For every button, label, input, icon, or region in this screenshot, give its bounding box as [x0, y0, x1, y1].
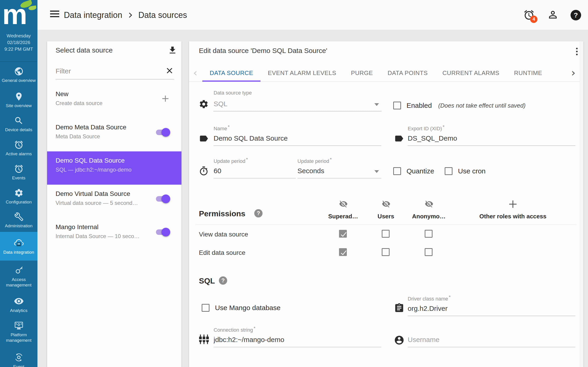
name-input[interactable]	[214, 132, 381, 145]
download-button[interactable]	[168, 45, 177, 56]
checkbox-label: Quantize	[406, 167, 434, 175]
enabled-checkbox[interactable]	[393, 102, 401, 109]
clear-filter-button[interactable]	[165, 67, 174, 76]
gear-icon	[14, 188, 24, 198]
permission-row-label: Edit data source	[199, 249, 245, 257]
connection-string-field: Connection string*	[214, 326, 381, 347]
sidebar-item-label: Site overview	[2, 103, 36, 108]
permissions-section-title: Permissions	[199, 209, 245, 218]
map-pin-icon	[14, 92, 24, 101]
sidebar-item-label: Platform management	[2, 332, 36, 343]
use-cron-checkbox[interactable]	[445, 167, 452, 175]
tab-data-points[interactable]: DATA POINTS	[380, 64, 435, 82]
mango-logo[interactable]: m	[0, 0, 37, 30]
tab-purge[interactable]: PURGE	[344, 64, 380, 82]
view-anonymous-checkbox[interactable]	[425, 230, 432, 238]
enabled-checkbox-group: Enabled (Does not take effect until save…	[393, 101, 526, 110]
tab-data-source[interactable]: DATA SOURCE	[202, 64, 260, 82]
add-role-button[interactable]	[507, 199, 519, 211]
chevron-down-icon	[374, 103, 379, 106]
update-period-unit-select[interactable]: Seconds	[297, 164, 381, 178]
gear-sync-icon	[14, 352, 24, 362]
required-marker: *	[246, 157, 248, 162]
required-marker: *	[254, 326, 255, 331]
sidebar-item-administration[interactable]: Administration	[0, 209, 37, 232]
screen: m Wednesday 02/18/2026 9:22 PM GMT Gener…	[0, 0, 588, 367]
user-button[interactable]	[547, 9, 559, 21]
plus-icon	[161, 94, 170, 103]
add-data-source-button[interactable]	[161, 94, 170, 104]
edit-anonymous-checkbox[interactable]	[425, 248, 432, 256]
filter-input[interactable]	[56, 64, 157, 78]
sidebar-item-device-details[interactable]: Device details	[0, 112, 37, 136]
use-mango-database-checkbox[interactable]	[202, 304, 209, 312]
sidebar-item-label: Access management	[2, 277, 36, 288]
use-mango-db-checkbox-group: Use Mango database	[202, 303, 280, 312]
permissions-help-button[interactable]: ?	[254, 209, 262, 217]
sidebar-item-general-overview[interactable]: General overview	[0, 62, 37, 88]
field-label: Connection string	[214, 327, 253, 333]
sidebar-item-analytics[interactable]: Analytics	[0, 293, 37, 317]
gear-icon	[199, 99, 209, 109]
sidebar-item-label: Event	[2, 364, 36, 367]
clipboard-icon	[394, 303, 405, 313]
wrench-icon	[14, 212, 24, 222]
sidebar-item-data-integration[interactable]: Data integration	[0, 232, 37, 261]
list-item-demo-sql[interactable]: Demo SQL Data Source SQL — jdbc:h2:~/man…	[47, 151, 182, 185]
xid-field: Export ID (XID)*	[408, 124, 575, 146]
alarms-button[interactable]: 4	[523, 9, 535, 21]
tabs-scroll-right-button[interactable]: ›	[571, 67, 575, 78]
sidebar-item-site-overview[interactable]: Site overview	[0, 88, 37, 112]
list-item-new[interactable]: New Create data source	[47, 85, 182, 118]
sidebar-item-access-management[interactable]: Access management	[0, 261, 37, 293]
tab-event-alarm-levels[interactable]: EVENT ALARM LEVELS	[260, 64, 344, 82]
sliders-icon	[199, 334, 209, 344]
tab-current-alarms[interactable]: CURRENT ALARMS	[435, 64, 507, 82]
sql-help-button[interactable]: ?	[219, 276, 227, 285]
cloud-sync-icon	[14, 237, 24, 248]
list-item-mango-internal[interactable]: Mango Internal Internal Data Source — 10…	[47, 218, 182, 251]
edit-users-checkbox[interactable]	[382, 248, 389, 256]
sidebar-item-active-alarms[interactable]: Active alarms	[0, 136, 37, 160]
breadcrumb-page[interactable]: Data sources	[138, 10, 187, 20]
field-label: Update period	[297, 158, 329, 164]
enabled-note: (Does not take effect until saved)	[438, 102, 526, 109]
menu-icon[interactable]	[50, 10, 59, 18]
sidebar-item-events[interactable]: Events	[0, 160, 37, 184]
quantize-checkbox[interactable]	[393, 167, 401, 175]
globe-icon	[14, 67, 24, 76]
use-cron-checkbox-group: Use cron	[445, 167, 485, 176]
eye-off-icon	[339, 200, 348, 208]
help-button[interactable]: ?	[571, 10, 581, 20]
driver-class-input[interactable]	[408, 302, 575, 315]
permission-column-other-roles: Other roles with access	[474, 213, 552, 220]
view-superadmin-checkbox[interactable]	[339, 230, 347, 238]
tabs-scroll-left-button[interactable]: ‹	[193, 67, 197, 78]
connection-string-input[interactable]	[214, 333, 381, 346]
list-item-demo-meta[interactable]: Demo Meta Data Source Meta Data Source	[47, 118, 182, 151]
enable-toggle[interactable]	[156, 196, 169, 202]
sidebar-item-configuration[interactable]: Configuration	[0, 184, 37, 209]
xid-input[interactable]	[408, 132, 575, 145]
enable-toggle[interactable]	[156, 130, 169, 135]
field-label: Name	[214, 126, 227, 131]
sidebar-nav: General overview Site overview Device de…	[0, 61, 37, 367]
sidebar-item-label: Administration	[2, 223, 36, 229]
required-marker: *	[443, 124, 444, 129]
enable-toggle[interactable]	[156, 229, 169, 235]
edit-superadmin-checkbox[interactable]	[339, 248, 347, 256]
tab-runtime[interactable]: RUNTIME	[507, 64, 550, 82]
sidebar-item-event-handlers[interactable]: Event	[0, 347, 37, 367]
timer-icon	[199, 166, 209, 176]
divider	[195, 224, 577, 225]
view-users-checkbox[interactable]	[382, 230, 389, 238]
list-item-demo-virtual[interactable]: Demo Virtual Data Source Virtual data so…	[47, 185, 182, 218]
scrollbar[interactable]	[580, 41, 583, 367]
username-input[interactable]	[408, 333, 575, 346]
breadcrumb-section[interactable]: Data integration	[64, 10, 122, 20]
sidebar-item-label: Analytics	[2, 308, 36, 313]
update-period-unit-field: Update period* Seconds	[297, 157, 381, 178]
update-period-input[interactable]	[214, 165, 296, 177]
sidebar-item-platform-management[interactable]: Platform management	[0, 317, 37, 347]
data-source-type-select[interactable]: SQL	[214, 97, 381, 111]
